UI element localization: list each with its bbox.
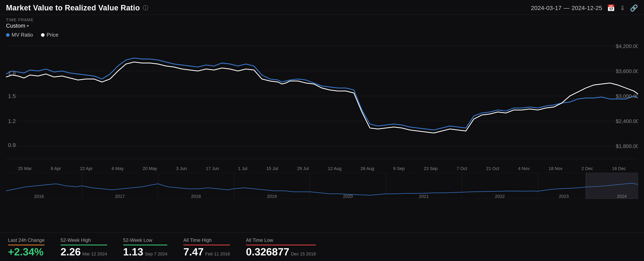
chart-title: Market Value to Realized Value Ratio xyxy=(6,4,140,12)
stat-ath: All Time High 7.47Feb 11 2016 xyxy=(183,238,230,257)
mini-chart-svg: 2016 2017 2018 2019 2020 2021 2022 2023 … xyxy=(6,173,638,199)
x-label-12: 9 Sep xyxy=(393,166,405,171)
timeframe-value: Custom xyxy=(6,22,25,29)
x-label-7: 1 Jul xyxy=(238,166,247,171)
x-label-17: 18 Nov xyxy=(549,166,563,171)
stat-52wk-high-underline xyxy=(60,244,107,246)
price-dot xyxy=(41,33,44,37)
stats-row: Last 24h Change +2.34% 52-Week High 2.26… xyxy=(0,232,644,261)
stat-ath-label: All Time High xyxy=(183,238,230,243)
stat-52wk-low-label: 52-Week Low xyxy=(123,238,168,243)
stat-ath-underline xyxy=(183,244,230,246)
stat-52wk-high-number: 2.26 xyxy=(60,246,81,258)
svg-text:2023: 2023 xyxy=(559,194,569,199)
svg-text:1.5: 1.5 xyxy=(8,93,16,99)
chart-area: 1.8 1.5 1.2 0.9 $4,200.00 $3,600.00 $3,0… xyxy=(0,40,644,232)
svg-text:$1,800.00: $1,800.00 xyxy=(616,143,638,149)
stat-atl-number: 0.326877 xyxy=(246,246,289,258)
stat-ath-number: 7.47 xyxy=(183,246,204,258)
x-label-9: 29 Jul xyxy=(297,166,309,171)
date-end: 2024-12-25 xyxy=(572,4,602,12)
date-range: 2024-03-17 — 2024-12-25 xyxy=(531,4,602,12)
svg-text:0.9: 0.9 xyxy=(8,142,16,148)
svg-text:2021: 2021 xyxy=(419,194,429,199)
stat-atl-value: 0.326877Dec 15 2018 xyxy=(246,246,316,257)
x-label-19: 16 Dec xyxy=(612,166,626,171)
svg-text:$4,200.00: $4,200.00 xyxy=(616,43,638,49)
stat-52wk-low-value: 1.13Sep 7 2024 xyxy=(123,246,168,257)
stat-52wk-high-label: 52-Week High xyxy=(60,238,107,243)
x-label-15: 21 Oct xyxy=(486,166,499,171)
x-axis-row: 25 Mar 8 Apr 22 Apr 6 May 20 May 3 Jun 1… xyxy=(6,164,638,171)
date-separator: — xyxy=(564,4,570,12)
svg-text:2017: 2017 xyxy=(115,194,125,199)
svg-text:1.8: 1.8 xyxy=(8,70,16,76)
x-label-3: 6 May xyxy=(112,166,124,171)
mini-chart: 2016 2017 2018 2019 2020 2021 2022 2023 … xyxy=(6,173,638,199)
main-chart-svg: 1.8 1.5 1.2 0.9 $4,200.00 $3,600.00 $3,0… xyxy=(6,40,638,164)
stat-24h-label: Last 24h Change xyxy=(8,238,44,243)
svg-text:$3,000.00: $3,000.00 xyxy=(616,93,638,99)
x-label-5: 3 Jun xyxy=(176,166,187,171)
info-icon[interactable]: ⓘ xyxy=(143,4,148,12)
x-label-2: 22 Apr xyxy=(80,166,93,171)
stat-ath-value: 7.47Feb 11 2016 xyxy=(183,246,230,257)
svg-text:2016: 2016 xyxy=(34,194,44,199)
stat-atl: All Time Low 0.326877Dec 15 2018 xyxy=(246,238,316,257)
download-icon[interactable]: ⇓ xyxy=(620,4,625,12)
x-label-8: 15 Jul xyxy=(266,166,278,171)
stat-52wk-low-number: 1.13 xyxy=(123,246,143,258)
x-label-0: 25 Mar xyxy=(18,166,32,171)
svg-text:1.2: 1.2 xyxy=(8,118,16,124)
legend-mv-ratio: MV Ratio xyxy=(6,32,33,38)
svg-text:2019: 2019 xyxy=(267,194,277,199)
price-label: Price xyxy=(46,32,58,38)
calendar-icon[interactable]: 📅 xyxy=(607,4,615,12)
svg-text:$2,400.00: $2,400.00 xyxy=(616,118,638,124)
stat-24h-value: +2.34% xyxy=(8,246,44,257)
stat-24h-change: Last 24h Change +2.34% xyxy=(8,238,44,257)
x-label-16: 4 Nov xyxy=(518,166,530,171)
controls-row: TIME FRAME Custom ▾ xyxy=(0,15,644,30)
x-label-14: 7 Oct xyxy=(457,166,467,171)
mv-ratio-label: MV Ratio xyxy=(12,32,33,38)
stat-atl-underline xyxy=(246,244,316,246)
svg-rect-24 xyxy=(586,173,638,199)
x-label-10: 12 Aug xyxy=(328,166,342,171)
header-left: Market Value to Realized Value Ratio ⓘ xyxy=(6,4,148,12)
stat-52wk-low: 52-Week Low 1.13Sep 7 2024 xyxy=(123,238,168,257)
x-label-4: 20 May xyxy=(142,166,157,171)
stat-atl-sub: Dec 15 2018 xyxy=(291,252,316,256)
svg-text:2022: 2022 xyxy=(495,194,505,199)
header: Market Value to Realized Value Ratio ⓘ 2… xyxy=(0,0,644,15)
x-label-18: 2 Dec xyxy=(582,166,593,171)
timeframe-control[interactable]: TIME FRAME Custom ▾ xyxy=(6,18,34,29)
svg-text:2020: 2020 xyxy=(343,194,353,199)
stat-24h-underline xyxy=(8,244,44,246)
x-label-1: 8 Apr xyxy=(51,166,61,171)
date-start: 2024-03-17 xyxy=(531,4,562,12)
stat-52wk-high: 52-Week High 2.26Mar 12 2024 xyxy=(60,238,107,257)
header-right: 2024-03-17 — 2024-12-25 📅 ⇓ 🔗 xyxy=(531,4,638,12)
timeframe-label: TIME FRAME xyxy=(6,18,34,22)
chevron-down-icon: ▾ xyxy=(27,24,29,28)
x-label-6: 17 Jun xyxy=(206,166,219,171)
main-chart: 1.8 1.5 1.2 0.9 $4,200.00 $3,600.00 $3,0… xyxy=(6,40,638,164)
legend-row: MV Ratio Price xyxy=(0,30,644,40)
svg-text:2018: 2018 xyxy=(191,194,201,199)
main-container: Market Value to Realized Value Ratio ⓘ 2… xyxy=(0,0,644,261)
x-label-11: 26 Aug xyxy=(360,166,374,171)
stat-ath-sub: Feb 11 2016 xyxy=(205,252,230,256)
mv-ratio-dot xyxy=(6,33,10,37)
svg-text:2024: 2024 xyxy=(617,194,627,199)
link-icon[interactable]: 🔗 xyxy=(630,4,638,12)
stat-52wk-low-underline xyxy=(123,244,168,246)
x-label-13: 23 Sep xyxy=(424,166,438,171)
stat-52wk-high-sub: Mar 12 2024 xyxy=(82,252,107,256)
stat-atl-label: All Time Low xyxy=(246,238,316,243)
stat-52wk-high-value: 2.26Mar 12 2024 xyxy=(60,246,107,257)
svg-text:$3,600.00: $3,600.00 xyxy=(616,68,638,74)
legend-price: Price xyxy=(41,32,58,38)
stat-52wk-low-sub: Sep 7 2024 xyxy=(145,252,168,256)
timeframe-select[interactable]: Custom ▾ xyxy=(6,22,34,29)
